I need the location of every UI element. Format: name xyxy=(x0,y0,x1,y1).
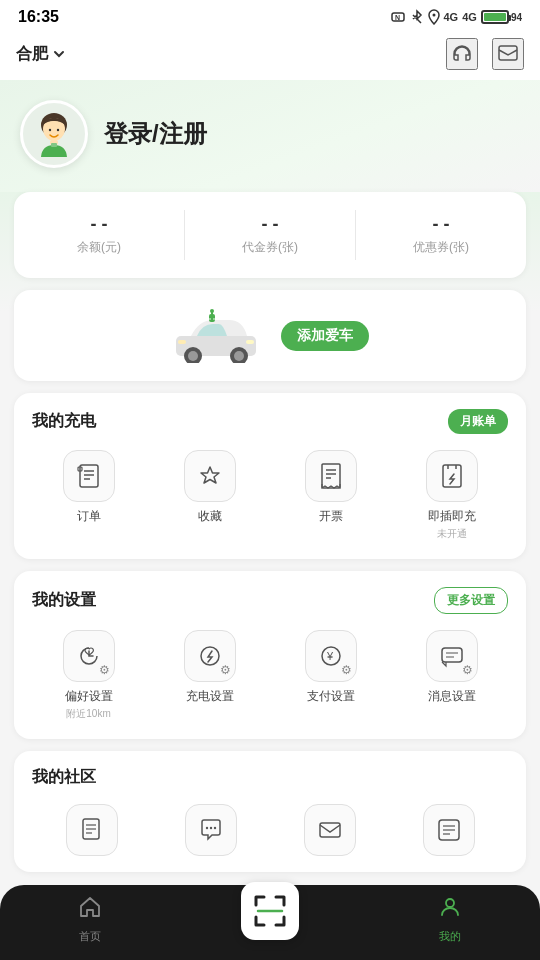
community-item-2[interactable] xyxy=(151,804,270,856)
svg-rect-36 xyxy=(442,648,462,662)
status-icons: N 4G 4G 94 xyxy=(390,9,523,25)
profile-login-text[interactable]: 登录/注册 xyxy=(104,118,207,150)
nfc-icon: N xyxy=(390,9,406,25)
charging-favorites-item[interactable]: 收藏 xyxy=(153,450,266,541)
svg-point-44 xyxy=(209,827,211,829)
avatar-illustration xyxy=(29,109,79,159)
community-section-card: 我的社区 xyxy=(14,751,526,872)
charge-settings-label: 充电设置 xyxy=(186,688,234,705)
preference-settings-icon-box: ⚙ xyxy=(63,630,115,682)
svg-point-15 xyxy=(234,351,244,361)
message-settings-item[interactable]: ⚙ 消息设置 xyxy=(395,630,508,721)
signal-text: 4G xyxy=(444,11,459,23)
message-settings-icon-box: ⚙ xyxy=(426,630,478,682)
stat-coupon[interactable]: - - 优惠券(张) xyxy=(355,210,526,260)
home-icon xyxy=(78,895,102,919)
stat-balance-value: - - xyxy=(14,214,184,235)
order-label: 订单 xyxy=(77,508,101,525)
add-car-button[interactable]: 添加爱车 xyxy=(281,321,369,351)
community-chat-icon xyxy=(198,817,224,843)
city-selector[interactable]: 合肥 xyxy=(16,44,66,65)
svg-rect-21 xyxy=(246,340,254,344)
more-settings-badge[interactable]: 更多设置 xyxy=(434,587,508,614)
settings-section-title: 我的设置 xyxy=(32,590,96,611)
headphone-button[interactable] xyxy=(446,38,478,70)
stat-balance[interactable]: - - 余额(元) xyxy=(14,210,184,260)
stat-voucher[interactable]: - - 代金券(张) xyxy=(184,210,355,260)
community-mail-icon xyxy=(317,817,343,843)
car-illustration xyxy=(171,308,261,363)
community-item-1[interactable] xyxy=(32,804,151,856)
person-icon xyxy=(438,895,462,919)
community-item-4[interactable] xyxy=(389,804,508,856)
gear-badge-4: ⚙ xyxy=(462,663,473,677)
stat-balance-label: 余额(元) xyxy=(14,239,184,256)
charging-invoice-icon-box xyxy=(305,450,357,502)
preference-settings-item[interactable]: ⚙ 偏好设置 附近10km xyxy=(32,630,145,721)
community-section-header: 我的社区 xyxy=(32,767,508,788)
payment-settings-label: 支付设置 xyxy=(307,688,355,705)
svg-point-19 xyxy=(209,318,211,320)
signal-text2: 4G xyxy=(462,11,477,23)
message-icon xyxy=(496,42,520,66)
nav-item-mine[interactable]: 我的 xyxy=(415,895,485,944)
charge-settings-item[interactable]: ⚙ 充电设置 xyxy=(153,630,266,721)
home-nav-label: 首页 xyxy=(79,929,101,944)
invoice-icon xyxy=(317,462,345,490)
gear-badge-2: ⚙ xyxy=(220,663,231,677)
bluetooth-icon xyxy=(410,9,424,25)
svg-rect-46 xyxy=(320,823,340,837)
charging-quickcharge-item[interactable]: 即插即充 未开通 xyxy=(395,450,508,541)
message-button[interactable] xyxy=(492,38,524,70)
chevron-down-icon xyxy=(52,47,66,61)
profile-section[interactable]: 登录/注册 xyxy=(0,80,540,192)
favorites-icon xyxy=(196,462,224,490)
charging-section-card: 我的充电 月账单 订单 xyxy=(14,393,526,559)
stats-card: - - 余额(元) - - 代金券(张) - - 优惠券(张) xyxy=(14,192,526,278)
nav-item-home[interactable]: 首页 xyxy=(55,895,125,944)
svg-text:N: N xyxy=(395,14,400,21)
svg-point-6 xyxy=(44,121,64,141)
message-settings-label: 消息设置 xyxy=(428,688,476,705)
charging-section-title: 我的充电 xyxy=(32,411,96,432)
cards-area: - - 余额(元) - - 代金券(张) - - 优惠券(张) xyxy=(0,192,540,739)
order-icon xyxy=(75,462,103,490)
stats-row: - - 余额(元) - - 代金券(张) - - 优惠券(张) xyxy=(14,192,526,278)
home-nav-icon xyxy=(78,895,102,925)
city-name: 合肥 xyxy=(16,44,48,65)
battery-icon: 94 xyxy=(481,10,522,24)
nav-action-icons xyxy=(446,38,524,70)
bottom-nav: 首页 我的 xyxy=(0,885,540,960)
stat-coupon-label: 优惠券(张) xyxy=(356,239,526,256)
gear-badge-1: ⚙ xyxy=(99,663,110,677)
svg-rect-16 xyxy=(209,314,215,322)
community-item-3[interactable] xyxy=(270,804,389,856)
community-icon-box-2 xyxy=(185,804,237,856)
nav-item-scan[interactable] xyxy=(235,900,305,940)
location-icon xyxy=(428,9,440,25)
svg-rect-22 xyxy=(178,340,186,344)
status-bar: 16:35 N 4G 4G xyxy=(0,0,540,32)
avatar[interactable] xyxy=(20,100,88,168)
svg-rect-28 xyxy=(322,464,340,488)
charging-invoice-item[interactable]: 开票 xyxy=(274,450,387,541)
scan-button[interactable] xyxy=(241,882,299,940)
quickcharge-sub: 未开通 xyxy=(437,527,467,541)
settings-section-header: 我的设置 更多设置 xyxy=(32,587,508,614)
mine-nav-icon xyxy=(438,895,462,925)
top-nav: 合肥 xyxy=(0,32,540,80)
charging-order-item[interactable]: 订单 xyxy=(32,450,145,541)
settings-section-card: 我的设置 更多设置 ⚙ 偏好设置 附近 xyxy=(14,571,526,739)
invoice-label: 开票 xyxy=(319,508,343,525)
payment-settings-item[interactable]: ¥ ⚙ 支付设置 xyxy=(274,630,387,721)
car-card: 添加爱车 xyxy=(14,290,526,381)
gear-badge-3: ⚙ xyxy=(341,663,352,677)
svg-point-52 xyxy=(446,899,454,907)
car-card-content: 添加爱车 xyxy=(14,290,526,381)
favorites-label: 收藏 xyxy=(198,508,222,525)
settings-icon-grid: ⚙ 偏好设置 附近10km ⚙ 充电设置 xyxy=(32,630,508,721)
svg-point-20 xyxy=(213,318,215,320)
monthly-bill-badge[interactable]: 月账单 xyxy=(448,409,508,434)
svg-point-13 xyxy=(188,351,198,361)
preference-sub: 附近10km xyxy=(66,707,110,721)
